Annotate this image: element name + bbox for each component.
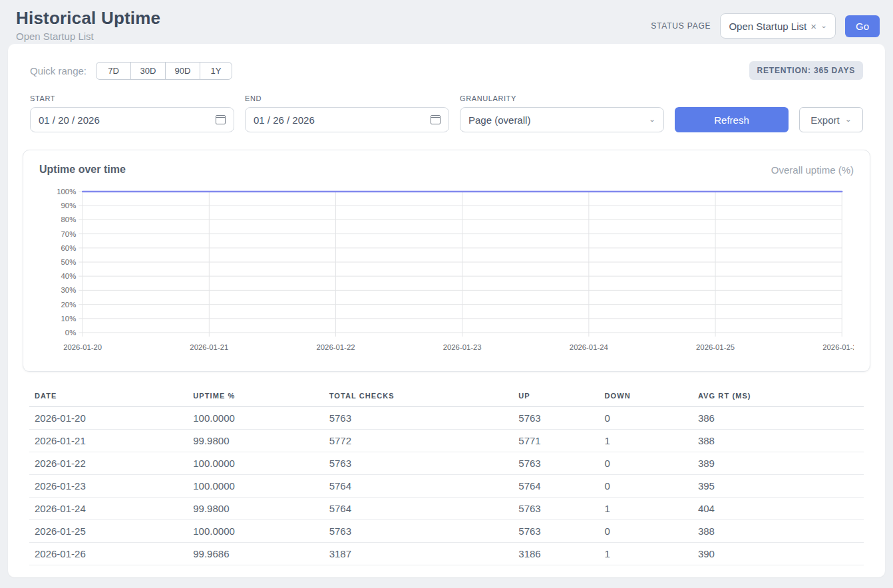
uptime-table: DATEUPTIME %TOTAL CHECKSUPDOWNAVG RT (MS… xyxy=(29,388,864,565)
start-date-label: START xyxy=(30,94,234,102)
table-cell: 5763 xyxy=(513,407,599,430)
table-row: 2026-01-23100.0000576457640395 xyxy=(29,475,864,498)
chart-legend-label: Overall uptime (%) xyxy=(771,164,854,176)
uptime-chart-card: Uptime over time Overall uptime (%) 0%10… xyxy=(23,150,870,372)
table-cell: 388 xyxy=(693,430,864,452)
svg-text:2026-01-21: 2026-01-21 xyxy=(190,343,228,351)
svg-text:2026-01-24: 2026-01-24 xyxy=(570,343,609,351)
go-button[interactable]: Go xyxy=(845,15,880,37)
uptime-table-header: DATEUPTIME %TOTAL CHECKSUPDOWNAVG RT (MS… xyxy=(29,388,864,407)
quick-range-label: Quick range: xyxy=(30,65,87,76)
table-cell: 5763 xyxy=(324,520,514,543)
clear-selection-icon[interactable]: × xyxy=(810,21,816,32)
table-cell: 5763 xyxy=(324,452,514,475)
uptime-line-chart: 0%10%20%30%40%50%60%70%80%90%100%2026-01… xyxy=(39,185,854,359)
status-page-select[interactable]: Open Startup List × ⌄ xyxy=(720,13,836,39)
granularity-label: GRANULARITY xyxy=(460,94,664,102)
table-cell: 5764 xyxy=(324,475,514,498)
svg-text:50%: 50% xyxy=(61,258,77,266)
table-cell: 2026-01-25 xyxy=(29,520,188,543)
start-date-field-group: START 01 / 20 / 2026 xyxy=(30,94,234,132)
quick-range-buttons: 7D30D90D1Y xyxy=(96,62,232,80)
column-header: UP xyxy=(513,388,599,407)
chart-header: Uptime over time Overall uptime (%) xyxy=(39,164,854,176)
page-title: Historical Uptime xyxy=(16,8,160,29)
column-header: DATE xyxy=(29,388,188,407)
export-button-label: Export xyxy=(810,114,839,126)
table-cell: 1 xyxy=(599,498,692,520)
main-panel: Quick range: 7D30D90D1Y RETENTION: 365 D… xyxy=(8,44,885,577)
end-date-input[interactable]: 01 / 26 / 2026 xyxy=(245,107,449,132)
chevron-down-icon: ⌄ xyxy=(820,22,827,29)
start-date-value: 01 / 20 / 2026 xyxy=(39,114,100,126)
table-cell: 0 xyxy=(599,407,692,430)
table-cell: 1 xyxy=(599,430,692,452)
table-cell: 5772 xyxy=(324,430,514,452)
start-date-input[interactable]: 01 / 20 / 2026 xyxy=(30,107,234,132)
column-header: UPTIME % xyxy=(188,388,323,407)
svg-text:60%: 60% xyxy=(61,244,77,252)
quick-range-button-90d[interactable]: 90D xyxy=(165,62,200,80)
table-cell: 5771 xyxy=(513,430,599,452)
table-row: 2026-01-22100.0000576357630389 xyxy=(29,452,864,475)
svg-text:70%: 70% xyxy=(61,230,77,238)
table-cell: 2026-01-26 xyxy=(29,543,188,565)
filters-row: START 01 / 20 / 2026 END 01 / 26 / 2026 … xyxy=(22,94,871,132)
table-cell: 5763 xyxy=(324,407,514,430)
svg-text:2026-01-26: 2026-01-26 xyxy=(822,343,854,351)
table-row: 2026-01-2199.9800577257711388 xyxy=(29,430,864,452)
end-date-value: 01 / 26 / 2026 xyxy=(254,114,315,126)
table-cell: 100.0000 xyxy=(188,407,323,430)
table-cell: 2026-01-21 xyxy=(29,430,188,452)
table-row: 2026-01-25100.0000576357630388 xyxy=(29,520,864,543)
table-cell: 390 xyxy=(693,543,864,565)
table-cell: 5764 xyxy=(513,475,599,498)
table-cell: 395 xyxy=(693,475,864,498)
table-cell: 2026-01-23 xyxy=(29,475,188,498)
page-subtitle: Open Startup List xyxy=(16,31,160,42)
calendar-icon[interactable] xyxy=(216,115,226,124)
top-header: Historical Uptime Open Startup List STAT… xyxy=(0,0,893,44)
export-button[interactable]: Export ⌄ xyxy=(799,107,863,132)
svg-text:80%: 80% xyxy=(61,216,77,223)
granularity-field-group: GRANULARITY Page (overall) ⌄ xyxy=(460,94,664,132)
svg-text:100%: 100% xyxy=(57,188,76,196)
retention-badge: RETENTION: 365 DAYS xyxy=(749,61,863,80)
svg-text:40%: 40% xyxy=(61,272,77,280)
table-cell: 5763 xyxy=(513,498,599,520)
end-date-field-group: END 01 / 26 / 2026 xyxy=(245,94,449,132)
table-row: 2026-01-20100.0000576357630386 xyxy=(29,407,864,430)
table-cell: 5763 xyxy=(513,520,599,543)
svg-text:2026-01-25: 2026-01-25 xyxy=(696,343,735,351)
svg-text:0%: 0% xyxy=(65,329,76,337)
quick-range-button-1y[interactable]: 1Y xyxy=(200,62,232,80)
end-date-label: END xyxy=(245,94,449,102)
granularity-select[interactable]: Page (overall) ⌄ xyxy=(460,107,664,132)
table-cell: 2026-01-22 xyxy=(29,452,188,475)
table-header-row: DATEUPTIME %TOTAL CHECKSUPDOWNAVG RT (MS… xyxy=(29,388,864,407)
table-cell: 99.9800 xyxy=(188,430,323,452)
quick-range-button-30d[interactable]: 30D xyxy=(130,62,166,80)
quick-range-row: Quick range: 7D30D90D1Y RETENTION: 365 D… xyxy=(22,61,871,80)
svg-text:20%: 20% xyxy=(61,301,77,309)
table-row: 2026-01-2699.9686318731861390 xyxy=(29,543,864,565)
table-cell: 0 xyxy=(599,452,692,475)
calendar-icon[interactable] xyxy=(431,115,441,124)
chart-title: Uptime over time xyxy=(39,164,126,176)
quick-range-group: Quick range: 7D30D90D1Y xyxy=(30,62,232,80)
svg-text:30%: 30% xyxy=(61,286,77,294)
column-header: AVG RT (MS) xyxy=(693,388,864,407)
svg-text:10%: 10% xyxy=(61,315,77,323)
table-cell: 2026-01-24 xyxy=(29,498,188,520)
status-page-selected-value: Open Startup List xyxy=(729,21,806,32)
table-cell: 404 xyxy=(693,498,864,520)
chevron-down-icon: ⌄ xyxy=(845,116,852,123)
table-cell: 100.0000 xyxy=(188,475,323,498)
table-cell: 99.9686 xyxy=(188,543,323,565)
table-cell: 3187 xyxy=(324,543,514,565)
quick-range-button-7d[interactable]: 7D xyxy=(96,62,131,80)
table-cell: 3186 xyxy=(513,543,599,565)
chevron-down-icon: ⌄ xyxy=(649,116,655,123)
table-cell: 388 xyxy=(693,520,864,543)
refresh-button[interactable]: Refresh xyxy=(675,107,789,132)
